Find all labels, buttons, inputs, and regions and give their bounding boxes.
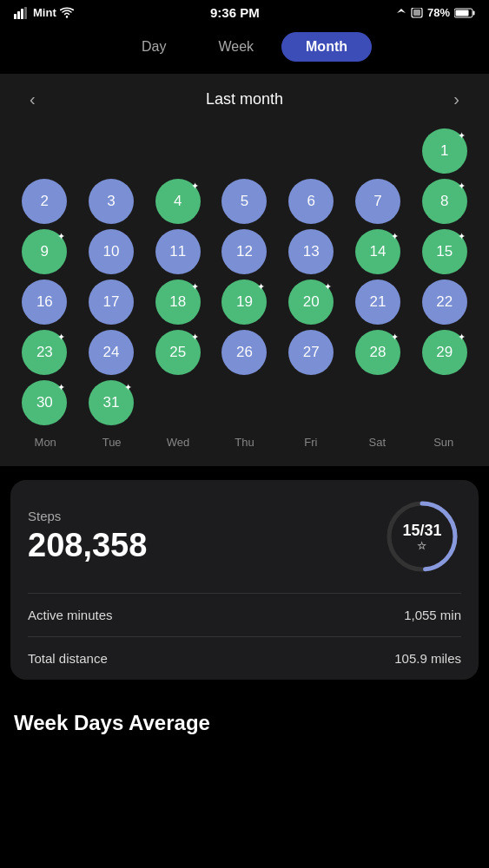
progress-ring: 15/31 ☆ (383, 497, 461, 575)
star-badge: ✦ (324, 281, 332, 293)
day-label: Wed (145, 436, 211, 449)
svg-point-4 (66, 16, 68, 17)
ring-progress: 15/31 (402, 522, 441, 539)
day-cell[interactable]: 5 (212, 179, 277, 224)
day-circle: 5 (221, 179, 267, 224)
day-cell[interactable]: 24 (79, 330, 144, 375)
active-minutes-value: 1,055 min (404, 608, 461, 622)
day-circle: 8✦ (422, 179, 467, 224)
day-cell[interactable]: 25✦ (145, 330, 210, 375)
total-distance-value: 105.9 miles (394, 651, 461, 666)
day-circle: 27 (288, 330, 334, 375)
tab-bar: Day Week Month (0, 23, 489, 74)
day-label: Fri (278, 436, 344, 449)
star-badge: ✦ (458, 332, 466, 343)
day-cell (412, 380, 477, 425)
active-minutes-row: Active minutes 1,055 min (28, 594, 461, 637)
day-cell (279, 380, 344, 425)
tab-week[interactable]: Week (194, 32, 278, 62)
day-circle: 26 (221, 330, 267, 375)
status-bar: Mint 9:36 PM 78% (0, 0, 489, 23)
day-circle: 29✦ (422, 330, 467, 375)
calendar-nav: ‹ Last month › (9, 86, 480, 128)
next-month-button[interactable]: › (446, 86, 466, 113)
steps-info: Steps 208,358 (28, 509, 147, 564)
day-circle: 2 (22, 179, 67, 224)
day-cell[interactable]: 30✦ (12, 380, 77, 425)
steps-value: 208,358 (28, 527, 147, 564)
day-circle: 10 (89, 229, 134, 274)
day-label: Tue (78, 436, 144, 449)
day-cell[interactable]: 14✦ (346, 229, 411, 274)
status-time: 9:36 PM (210, 5, 260, 20)
day-cell[interactable]: 23✦ (12, 330, 77, 375)
status-right: 78% (396, 6, 475, 19)
star-badge: ✦ (191, 332, 199, 343)
day-circle: 6 (288, 179, 334, 224)
day-cell[interactable]: 29✦ (412, 330, 477, 375)
day-cell[interactable]: 7 (346, 179, 411, 224)
day-circle: 15✦ (422, 229, 467, 274)
steps-label: Steps (28, 509, 147, 523)
svg-rect-2 (21, 9, 23, 19)
active-minutes-label: Active minutes (28, 608, 113, 622)
day-circle: 11 (155, 229, 201, 274)
day-cell[interactable]: 21 (346, 279, 411, 325)
day-cell[interactable]: 4✦ (145, 179, 210, 224)
day-label: Mon (12, 436, 78, 449)
day-circle: 16 (22, 279, 67, 325)
day-cell[interactable]: 10 (79, 229, 144, 274)
day-label: Sun (411, 436, 477, 449)
day-cell[interactable]: 16 (12, 279, 77, 325)
day-cell[interactable]: 8✦ (412, 179, 477, 224)
day-cell[interactable]: 3 (79, 179, 144, 224)
day-cell[interactable]: 26 (212, 330, 277, 375)
location-icon (396, 8, 406, 18)
status-left: Mint (14, 6, 74, 19)
star-badge: ✦ (458, 231, 466, 242)
day-circle: 3 (89, 179, 134, 224)
day-cell[interactable]: 28✦ (346, 330, 411, 375)
svg-rect-6 (413, 10, 420, 16)
week-avg-title: Week Days Average (0, 694, 489, 744)
prev-month-button[interactable]: ‹ (23, 86, 43, 113)
tab-month[interactable]: Month (281, 32, 372, 62)
day-cell[interactable]: 22 (412, 279, 477, 325)
calendar-section: ‹ Last month › 1✦234✦5678✦9✦1011121314✦1… (0, 74, 489, 466)
day-cell[interactable]: 20✦ (279, 279, 344, 325)
tab-day[interactable]: Day (117, 32, 190, 62)
day-cell (145, 380, 210, 425)
day-circle: 24 (89, 330, 134, 375)
day-cell[interactable]: 6 (279, 179, 344, 224)
day-circle: 12 (221, 229, 267, 274)
star-badge: ✦ (57, 332, 65, 343)
day-circle: 30✦ (22, 380, 67, 425)
star-badge: ✦ (191, 181, 199, 192)
day-cell[interactable]: 31✦ (79, 380, 144, 425)
star-badge: ✦ (391, 332, 399, 343)
day-cell[interactable]: 13 (279, 229, 344, 274)
star-badge: ✦ (124, 382, 132, 393)
day-cell[interactable]: 17 (79, 279, 144, 325)
day-cell (346, 380, 411, 425)
star-badge: ✦ (191, 281, 199, 293)
day-cell[interactable]: 27 (279, 330, 344, 375)
svg-rect-0 (14, 14, 17, 19)
day-cell[interactable]: 11 (145, 229, 210, 274)
day-cell[interactable]: 9✦ (12, 229, 77, 274)
day-cell[interactable]: 19✦ (212, 279, 277, 325)
day-cell[interactable]: 2 (12, 179, 77, 224)
calendar-grid: 1✦234✦5678✦9✦1011121314✦15✦161718✦19✦20✦… (9, 128, 480, 425)
day-circle: 7 (355, 179, 400, 224)
day-cell[interactable]: 12 (212, 229, 277, 274)
day-circle: 22 (422, 279, 467, 325)
wifi-icon (60, 7, 74, 19)
day-cell[interactable]: 18✦ (145, 279, 210, 325)
day-cell[interactable]: 15✦ (412, 229, 477, 274)
svg-rect-3 (24, 7, 27, 19)
svg-rect-9 (455, 10, 468, 16)
star-badge: ✦ (257, 281, 265, 293)
day-cell[interactable]: 1✦ (412, 128, 477, 174)
day-label: Sat (344, 436, 410, 449)
day-circle: 9✦ (22, 229, 67, 274)
